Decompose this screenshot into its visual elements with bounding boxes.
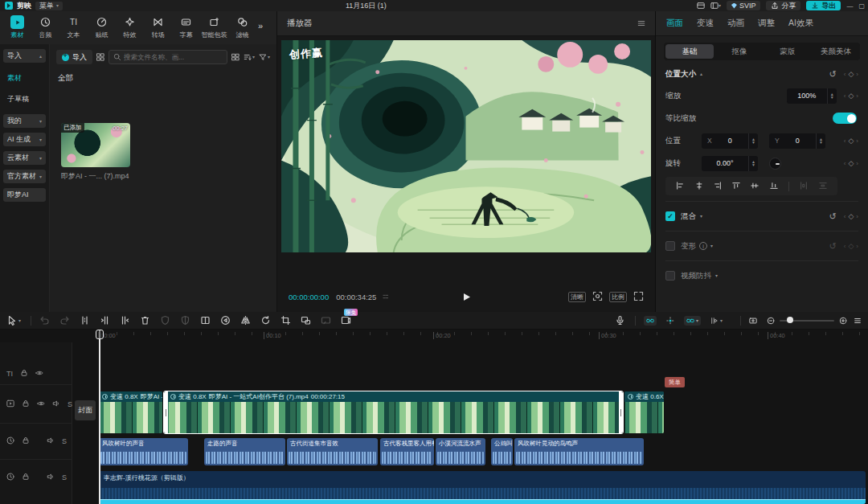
align-left-icon[interactable]	[676, 182, 684, 191]
smart-edit-icon[interactable]	[321, 315, 331, 326]
lock-icon[interactable]	[20, 369, 28, 379]
text-clip[interactable]: 简单	[665, 377, 685, 387]
reverse-play-icon[interactable]	[220, 315, 231, 326]
subtab-mask[interactable]: 蒙版	[764, 44, 812, 59]
tab-speed[interactable]: 变速	[697, 18, 714, 29]
rotate-input[interactable]: 0.00° ▲▼	[702, 156, 758, 171]
player-menu-icon[interactable]	[637, 19, 645, 27]
audio-clip[interactable]: 公鸡叫	[491, 438, 513, 465]
audio-clip[interactable]: 古代客栈里客人用餐	[380, 438, 434, 465]
subnav-subdraft[interactable]: 子草稿	[0, 94, 49, 104]
video-clip[interactable]: 变速 0.8X即梦AI -	[99, 391, 162, 433]
redo-icon[interactable]	[59, 315, 70, 326]
frames-icon[interactable]	[383, 293, 391, 301]
subtab-basic[interactable]: 基础	[665, 44, 714, 59]
warp-checkbox[interactable]	[665, 241, 675, 251]
category-transitions[interactable]: 转场	[144, 14, 172, 39]
category-filters[interactable]: 滤镜	[228, 14, 256, 39]
subtab-cutout[interactable]: 抠像	[715, 44, 764, 59]
category-captions[interactable]: 字幕	[172, 14, 200, 39]
solo-button[interactable]: S	[62, 473, 67, 481]
lock-icon[interactable]	[22, 473, 30, 482]
magnet-snap-icon[interactable]	[644, 316, 657, 326]
keyframe-controls[interactable]: ‹◇›	[844, 159, 858, 167]
share-button[interactable]: 分享	[766, 1, 800, 10]
align-bottom-icon[interactable]	[770, 182, 778, 191]
maximize-button[interactable]: ▢	[858, 2, 865, 10]
link-clips-icon[interactable]: ▾	[684, 316, 701, 326]
view-grid-icon[interactable]	[231, 53, 240, 61]
speaker-icon[interactable]	[47, 436, 55, 446]
flip-horizontal-icon[interactable]	[240, 315, 251, 326]
category-text[interactable]: TI 文本	[59, 14, 88, 39]
focus-frame-icon[interactable]	[592, 291, 603, 303]
video-clip[interactable]: 变速 0.6X	[624, 391, 664, 433]
uniform-scale-toggle[interactable]	[833, 113, 857, 124]
subnav-material[interactable]: 素材	[0, 73, 49, 84]
reset-icon[interactable]: ↺	[829, 211, 837, 222]
sort-icon[interactable]: ▾	[244, 53, 255, 61]
minimize-button[interactable]: —	[846, 2, 853, 10]
ratio-button[interactable]: 比例	[609, 292, 627, 302]
video-clip-selected[interactable]: 变速 0.8X即梦AI - 一站式AI创作平台 (7).mp400:00:27:…	[164, 391, 623, 433]
media-clip-thumbnail[interactable]: 已添加 00:27	[61, 123, 130, 167]
subnav-cloud-material[interactable]: 云素材▾	[3, 151, 46, 165]
align-v-center-icon[interactable]	[751, 182, 759, 191]
category-effects[interactable]: 特效	[116, 14, 144, 39]
music-clip[interactable]: 李志辉-溪行桃花源（剪辑版）	[99, 471, 866, 504]
position-y-input[interactable]: Y0 ▲▼	[769, 133, 825, 149]
search-input[interactable]	[124, 53, 223, 61]
mask-tool-icon[interactable]	[180, 315, 190, 326]
audio-clip[interactable]: 风吹树叶晃动的鸟鸣声	[514, 438, 644, 465]
grid-small-icon[interactable]	[96, 53, 104, 61]
solo-button[interactable]: S	[62, 437, 67, 445]
keyframe-controls[interactable]: ‹◇›	[844, 242, 858, 250]
rotate-icon[interactable]	[260, 315, 271, 326]
menu-button[interactable]: 菜单▾	[35, 2, 63, 10]
trim-handle-right[interactable]	[619, 391, 623, 433]
layout-panels-icon[interactable]	[697, 2, 705, 10]
mirror-box-icon[interactable]	[200, 315, 211, 326]
stepper-icon[interactable]: ▲▼	[816, 133, 825, 149]
audio-clip[interactable]: 走路的声音	[204, 438, 285, 465]
align-h-center-icon[interactable]	[695, 182, 703, 191]
category-more-button[interactable]: »	[258, 14, 263, 31]
reset-icon[interactable]: ↺	[829, 69, 837, 80]
category-sticker[interactable]: 贴纸	[88, 14, 116, 39]
filter-all-label[interactable]: 全部	[50, 64, 276, 84]
speaker-icon[interactable]	[47, 473, 55, 482]
audio-clip[interactable]: 小溪河流流水声	[436, 438, 485, 465]
track-view-icon[interactable]: ▾	[710, 317, 723, 325]
playhead-line[interactable]	[99, 330, 100, 504]
fullscreen-icon[interactable]	[633, 291, 644, 303]
solo-button[interactable]: S	[68, 400, 72, 408]
speaker-icon[interactable]	[52, 400, 60, 409]
microphone-icon[interactable]	[615, 315, 625, 326]
select-tool-icon[interactable]: ▾	[6, 315, 21, 326]
timeline-ruler[interactable]: 00:00 00:10 00:20 00:30 00:40	[96, 330, 868, 342]
align-right-icon[interactable]	[714, 182, 722, 191]
video-preview[interactable]: 创作赢	[281, 40, 651, 252]
subnav-official-material[interactable]: 官方素材▾	[3, 170, 46, 183]
undo-icon[interactable]	[39, 315, 50, 326]
subnav-ai-generate[interactable]: AI 生成▾	[3, 133, 46, 146]
auto-snap-icon[interactable]	[666, 317, 674, 325]
blend-checkbox[interactable]: ✓	[665, 211, 675, 221]
subnav-import[interactable]: 导入▴	[3, 49, 46, 63]
split-keep-left-icon[interactable]	[100, 315, 110, 326]
category-smart-pack[interactable]: 智能包装	[200, 14, 228, 39]
reset-icon[interactable]: ↺	[829, 241, 837, 252]
eye-icon[interactable]	[37, 400, 45, 409]
tab-animation[interactable]: 动画	[727, 18, 744, 29]
screen-record-icon[interactable]	[749, 317, 757, 325]
timeline-menu-icon[interactable]	[854, 317, 862, 325]
keyframe-controls[interactable]: ‹◇›	[844, 70, 858, 78]
pip-icon[interactable]	[301, 315, 311, 326]
keyframe-controls[interactable]: ‹◇›	[844, 137, 858, 145]
quality-button[interactable]: 清晰	[568, 292, 586, 302]
distribute-h-icon[interactable]	[800, 182, 808, 191]
export-button[interactable]: 导出	[806, 1, 841, 10]
category-media[interactable]: 素材	[3, 14, 31, 39]
rotation-dial[interactable]	[769, 158, 781, 170]
category-audio[interactable]: 音频	[31, 14, 59, 39]
